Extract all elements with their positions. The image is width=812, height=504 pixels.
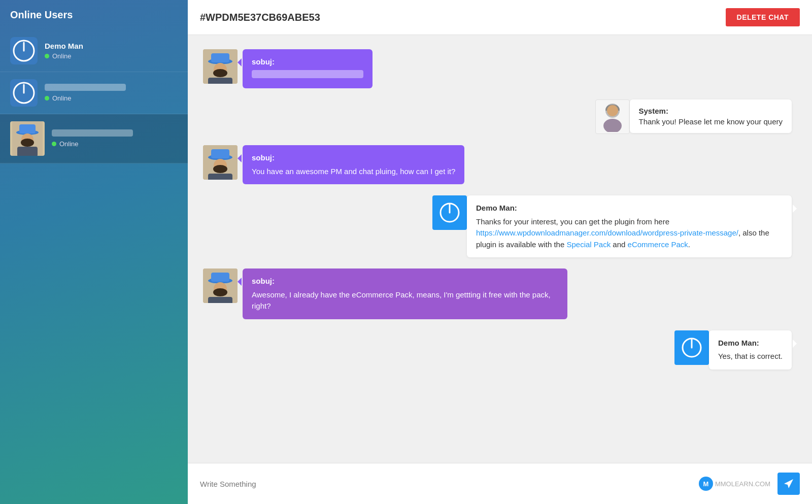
svg-point-14 bbox=[213, 69, 227, 77]
user2-info: Online bbox=[45, 84, 126, 102]
status-dot-user1 bbox=[45, 54, 49, 58]
link-plugin[interactable]: https://www.wpdownloadmanager.com/downlo… bbox=[476, 228, 738, 237]
message-5: sobuj: Awesome, I already have the eComm… bbox=[203, 268, 797, 319]
msg-avatar-female bbox=[595, 99, 630, 134]
bubble-sender-m2: System: bbox=[639, 107, 783, 115]
svg-rect-6 bbox=[19, 124, 36, 133]
send-button[interactable] bbox=[777, 473, 800, 495]
msg-avatar-power-4 bbox=[432, 195, 467, 230]
svg-rect-24 bbox=[208, 174, 232, 180]
chat-area: #WPDM5E37CB69ABE53 DELETE CHAT sobuj: bbox=[188, 0, 812, 504]
svg-point-31 bbox=[213, 288, 227, 296]
user1-info: Demo Man Online bbox=[45, 42, 83, 60]
msg-avatar-sobuj-3 bbox=[203, 145, 238, 180]
svg-point-8 bbox=[21, 139, 34, 147]
user1-status: Online bbox=[45, 52, 83, 60]
bubble-text-m2: Thank you! Please let me know your query bbox=[639, 117, 783, 126]
message-2: System: Thank you! Please let me know yo… bbox=[203, 99, 797, 134]
user3-name bbox=[52, 129, 133, 138]
svg-rect-15 bbox=[208, 78, 232, 84]
svg-rect-12 bbox=[211, 53, 229, 62]
chat-id: #WPDM5E37CB69ABE53 bbox=[200, 12, 320, 23]
bubble-m2: System: Thank you! Please let me know yo… bbox=[630, 99, 792, 133]
user1-name: Demo Man bbox=[45, 42, 83, 50]
link-ecommerce-pack[interactable]: eCommerce Pack bbox=[628, 240, 688, 249]
status-dot-user3 bbox=[52, 142, 56, 146]
avatar-user1 bbox=[10, 37, 38, 64]
bubble-sender-m6: Demo Man: bbox=[718, 338, 783, 349]
input-right-section: M MMOLEARN.COM bbox=[699, 473, 800, 495]
bubble-m5: sobuj: Awesome, I already have the eComm… bbox=[243, 268, 567, 319]
bubble-sender-m5: sobuj: bbox=[252, 276, 558, 287]
chat-header: #WPDM5E37CB69ABE53 DELETE CHAT bbox=[188, 0, 812, 35]
svg-point-23 bbox=[213, 165, 227, 173]
watermark-text: MMOLEARN.COM bbox=[715, 480, 770, 488]
svg-rect-9 bbox=[17, 147, 38, 156]
svg-point-17 bbox=[607, 105, 618, 116]
svg-rect-21 bbox=[211, 149, 229, 158]
delete-chat-button[interactable]: DELETE CHAT bbox=[726, 8, 800, 26]
bubble-sender-m1: sobuj: bbox=[252, 56, 363, 68]
svg-rect-32 bbox=[208, 297, 232, 303]
svg-text:M: M bbox=[703, 480, 709, 488]
bubble-m4: Demo Man: Thanks for your interest, you … bbox=[467, 195, 792, 257]
user2-status: Online bbox=[45, 94, 126, 102]
message-3: sobuj: You have an awesome PM and chat p… bbox=[203, 145, 797, 184]
message-6: Demo Man: Yes, that is correct. bbox=[203, 330, 797, 369]
watermark: M MMOLEARN.COM bbox=[699, 477, 770, 491]
user2-name bbox=[45, 84, 126, 92]
svg-rect-29 bbox=[211, 273, 229, 282]
svg-point-18 bbox=[603, 119, 622, 132]
link-special-pack[interactable]: Special Pack bbox=[566, 240, 611, 249]
message-4: Demo Man: Thanks for your interest, you … bbox=[203, 195, 797, 257]
sidebar-item-user2[interactable]: Online bbox=[0, 72, 188, 114]
bubble-sender-m3: sobuj: bbox=[252, 152, 455, 164]
user3-info: Online bbox=[52, 129, 133, 148]
messages-container: sobuj: System: Thank you! Please let me … bbox=[188, 35, 812, 463]
avatar-user2 bbox=[10, 79, 38, 107]
bubble-text-m3: You have an awesome PM and chat pluing, … bbox=[252, 167, 455, 176]
chat-input-bar: M MMOLEARN.COM bbox=[188, 463, 812, 504]
msg-avatar-power-6 bbox=[674, 330, 709, 365]
user2-name-blurred bbox=[45, 84, 126, 91]
bubble-sender-m4: Demo Man: bbox=[476, 203, 783, 214]
message-1: sobuj: bbox=[203, 49, 797, 88]
bubble-text-m4: Thanks for your interest, you can get th… bbox=[476, 217, 769, 249]
bubble-text-m5: Awesome, I already have the eCommerce Pa… bbox=[252, 290, 551, 311]
msg-avatar-sobuj-5 bbox=[203, 268, 238, 303]
bubble-m3: sobuj: You have an awesome PM and chat p… bbox=[243, 145, 464, 184]
sidebar-item-user1[interactable]: Demo Man Online bbox=[0, 30, 188, 72]
avatar-user3 bbox=[10, 121, 45, 156]
user3-name-blurred bbox=[52, 129, 133, 137]
user3-status: Online bbox=[52, 140, 133, 148]
msg-avatar-sobuj-1 bbox=[203, 49, 238, 84]
sidebar-item-user3[interactable]: Online bbox=[0, 114, 188, 163]
sidebar: Online Users Demo Man Online bbox=[0, 0, 188, 504]
status-dot-user2 bbox=[45, 96, 49, 100]
bubble-m1: sobuj: bbox=[243, 49, 373, 88]
sidebar-title: Online Users bbox=[0, 0, 188, 30]
bubble-text-m6: Yes, that is correct. bbox=[718, 352, 783, 360]
bubble-m6: Demo Man: Yes, that is correct. bbox=[709, 330, 792, 369]
write-input[interactable] bbox=[200, 480, 699, 488]
bubble-text-blurred-m1 bbox=[252, 70, 363, 78]
